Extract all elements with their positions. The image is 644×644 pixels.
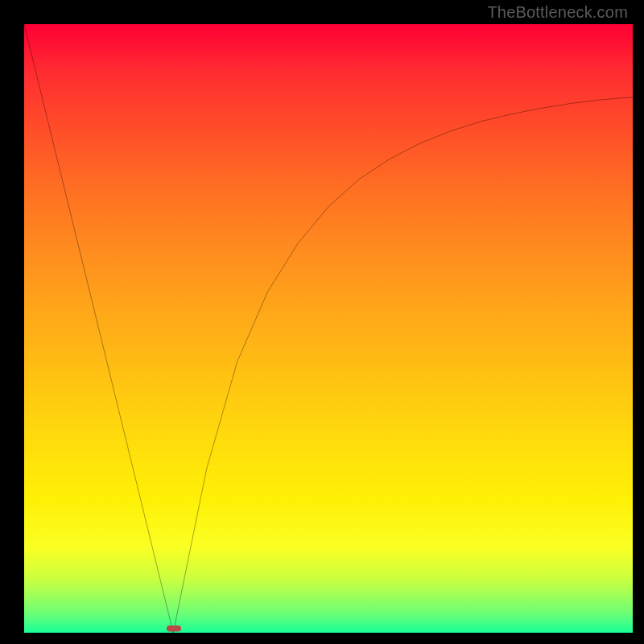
marker-dot	[167, 625, 181, 632]
plot-area	[24, 24, 633, 633]
watermark-text: TheBottleneck.com	[487, 3, 628, 22]
chart-frame: TheBottleneck.com	[0, 0, 644, 644]
linear-descent-path	[24, 24, 173, 633]
asymptotic-rise-path	[173, 97, 633, 633]
bottleneck-curve	[24, 24, 633, 633]
